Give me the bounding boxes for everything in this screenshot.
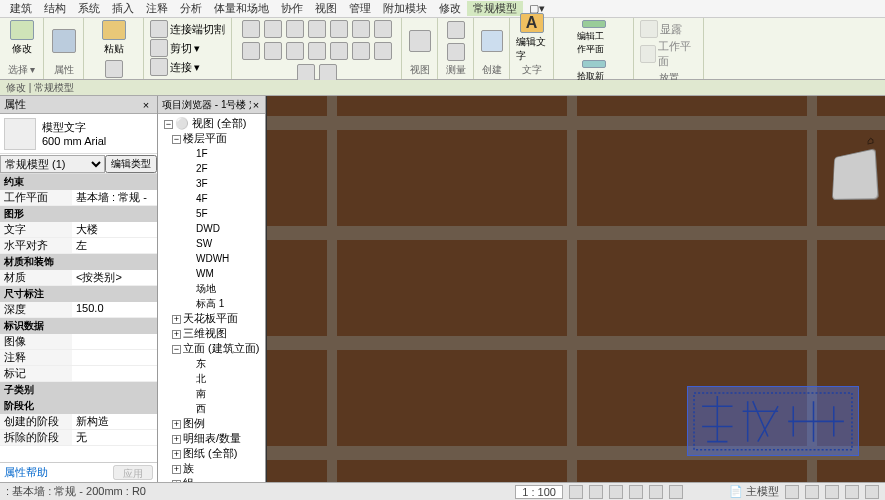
scale-icon[interactable] xyxy=(286,42,304,60)
join-icon[interactable] xyxy=(150,58,168,76)
close-icon[interactable]: × xyxy=(251,98,261,112)
tree-leaf[interactable]: SW xyxy=(160,236,263,251)
tree-leaf[interactable]: 西 xyxy=(160,401,263,416)
offset-icon[interactable] xyxy=(286,20,304,38)
copy2-icon[interactable] xyxy=(308,20,326,38)
view-icon[interactable] xyxy=(409,30,431,52)
properties-icon[interactable] xyxy=(52,29,76,53)
sb-icon[interactable] xyxy=(865,485,879,499)
prop-value[interactable]: 基本墙 : 常规 - 200mm xyxy=(72,190,157,205)
expander-icon[interactable]: − xyxy=(164,120,173,129)
array-icon[interactable] xyxy=(264,42,282,60)
group-icon[interactable] xyxy=(374,42,392,60)
tree-leaf[interactable]: 北 xyxy=(160,371,263,386)
prop-row[interactable]: 文字大楼 xyxy=(0,222,157,238)
prop-row[interactable]: 图像 xyxy=(0,334,157,350)
sb-icon[interactable] xyxy=(825,485,839,499)
prop-value[interactable]: 无 xyxy=(72,430,157,445)
menu-附加模块[interactable]: 附加模块 xyxy=(377,1,433,16)
pin-icon[interactable] xyxy=(308,42,326,60)
tree-leaf[interactable]: 东 xyxy=(160,356,263,371)
tree-leaf[interactable]: 4F xyxy=(160,191,263,206)
align-icon[interactable] xyxy=(242,20,260,38)
view-cube[interactable]: ⌂ xyxy=(832,148,879,200)
unpin-icon[interactable] xyxy=(330,42,348,60)
split-icon[interactable] xyxy=(242,42,260,60)
menu-建筑[interactable]: 建筑 xyxy=(4,1,38,16)
modify-button[interactable]: 修改 xyxy=(6,20,38,56)
cope-icon[interactable] xyxy=(150,20,168,38)
edit-type-button[interactable]: 编辑类型 xyxy=(105,155,157,173)
tree-node[interactable]: +图例 xyxy=(160,416,263,431)
expander-icon[interactable]: + xyxy=(172,315,181,324)
tree-node[interactable]: −立面 (建筑立面) xyxy=(160,341,263,356)
model-mode[interactable]: 📄 主模型 xyxy=(729,484,779,499)
scale-selector[interactable]: 1 : 100 xyxy=(515,485,563,499)
menu-插入[interactable]: 插入 xyxy=(106,1,140,16)
menu-管理[interactable]: 管理 xyxy=(343,1,377,16)
menu-修改[interactable]: 修改 xyxy=(433,1,467,16)
prop-row[interactable]: 创建的阶段新构造 xyxy=(0,414,157,430)
sb-icon[interactable] xyxy=(589,485,603,499)
tree-node[interactable]: +天花板平面 xyxy=(160,311,263,326)
close-icon[interactable]: × xyxy=(139,98,153,112)
measure2-icon[interactable] xyxy=(447,43,465,61)
delete-icon[interactable] xyxy=(352,42,370,60)
prop-value[interactable]: 左 xyxy=(72,238,157,253)
tree-leaf[interactable]: WM xyxy=(160,266,263,281)
expander-icon[interactable]: + xyxy=(172,420,181,429)
prop-row[interactable]: 工作平面基本墙 : 常规 - 200mm xyxy=(0,190,157,206)
expander-icon[interactable]: + xyxy=(172,450,181,459)
apply-button[interactable]: 应用 xyxy=(113,465,153,480)
expander-icon[interactable]: + xyxy=(172,330,181,339)
tree-leaf[interactable]: 标高 1 xyxy=(160,296,263,311)
prop-row[interactable]: 材质<按类别> xyxy=(0,270,157,286)
sb-icon[interactable] xyxy=(669,485,683,499)
sb-icon[interactable] xyxy=(629,485,643,499)
menu-结构[interactable]: 结构 xyxy=(38,1,72,16)
menu-系统[interactable]: 系统 xyxy=(72,1,106,16)
prop-category[interactable]: 约束 xyxy=(0,174,157,190)
prop-value[interactable]: <按类别> xyxy=(72,270,157,285)
prop-category[interactable]: 阶段化 xyxy=(0,398,157,414)
prop-row[interactable]: 拆除的阶段无 xyxy=(0,430,157,446)
prop-row[interactable]: 标记 xyxy=(0,366,157,382)
expander-icon[interactable]: + xyxy=(172,465,181,474)
expander-icon[interactable]: − xyxy=(172,135,181,144)
prop-value[interactable] xyxy=(72,334,157,349)
cut-icon[interactable] xyxy=(105,60,123,78)
home-icon[interactable]: ⌂ xyxy=(867,133,875,147)
paste-button[interactable]: 粘贴 xyxy=(101,20,127,56)
tree-leaf[interactable]: 1F xyxy=(160,146,263,161)
expander-icon[interactable]: − xyxy=(172,345,181,354)
cut-geom-icon[interactable] xyxy=(150,39,168,57)
tree-node[interactable]: +族 xyxy=(160,461,263,476)
prop-category[interactable]: 图形 xyxy=(0,206,157,222)
prop-category[interactable]: 子类别 xyxy=(0,382,157,398)
sb-icon[interactable] xyxy=(569,485,583,499)
prop-value[interactable] xyxy=(72,350,157,365)
tree-leaf[interactable]: 场地 xyxy=(160,281,263,296)
sb-icon[interactable] xyxy=(805,485,819,499)
prop-category[interactable]: 尺寸标注 xyxy=(0,286,157,302)
measure-icon[interactable] xyxy=(447,21,465,39)
properties-help-link[interactable]: 属性帮助 xyxy=(4,465,48,480)
trim-icon[interactable] xyxy=(374,20,392,38)
tree-leaf[interactable]: 2F xyxy=(160,161,263,176)
edit-text-button[interactable]: A编辑文字 xyxy=(516,20,548,56)
menu-体量和场地[interactable]: 体量和场地 xyxy=(208,1,275,16)
menu-注释[interactable]: 注释 xyxy=(140,1,174,16)
move-icon[interactable] xyxy=(264,20,282,38)
sb-icon[interactable] xyxy=(649,485,663,499)
mirror-icon[interactable] xyxy=(330,20,348,38)
sb-icon[interactable] xyxy=(609,485,623,499)
tree-leaf[interactable]: 5F xyxy=(160,206,263,221)
type-selector[interactable]: 常规模型 (1) xyxy=(0,155,105,173)
prop-category[interactable]: 材质和装饰 xyxy=(0,254,157,270)
tree-node[interactable]: +明细表/数量 xyxy=(160,431,263,446)
tree-root[interactable]: −⚪ 视图 (全部) xyxy=(160,116,263,131)
selected-model-text[interactable] xyxy=(687,386,859,456)
prop-value[interactable]: 150.0 xyxy=(72,302,157,317)
tree-leaf[interactable]: DWD xyxy=(160,221,263,236)
create-icon[interactable] xyxy=(481,30,503,52)
